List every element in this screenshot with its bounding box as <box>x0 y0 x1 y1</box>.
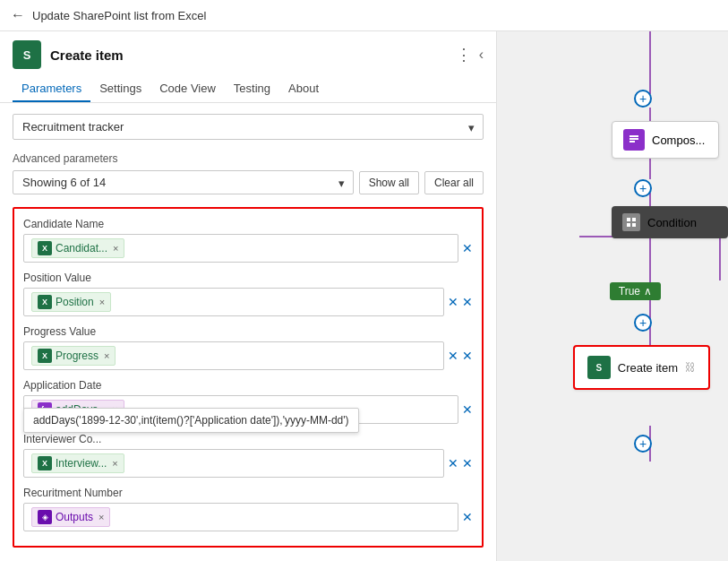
tab-about[interactable]: About <box>279 76 328 102</box>
candidate-name-input[interactable]: X Candidat... × <box>23 234 458 263</box>
tab-parameters[interactable]: Parameters <box>13 76 90 102</box>
tab-testing[interactable]: Testing <box>225 76 279 102</box>
add-step-top[interactable]: + <box>634 90 652 108</box>
interviewer-delete-btn[interactable]: ✕ <box>462 456 473 470</box>
candidate-chip-text: Candidat... <box>56 242 107 255</box>
position-delete-btn[interactable]: ✕ <box>462 295 473 309</box>
excel-icon-3: X <box>38 349 52 363</box>
create-item-label: Create item <box>618 361 678 375</box>
connector-line-top <box>649 31 651 94</box>
svg-rect-4 <box>632 218 636 221</box>
outputs-chip-text: Outputs <box>56 511 93 523</box>
tooltip-popup: addDays('1899-12-30',int(item()?['Applic… <box>23 408 359 433</box>
compose-label: Compos... <box>652 134 705 147</box>
progress-chip-text: Progress <box>56 350 98 362</box>
panel-title: Create item <box>50 47 124 63</box>
interviewer-label: Interviewer Co... <box>23 433 473 445</box>
true-badge: True ∧ <box>610 282 661 300</box>
outputs-chip-remove[interactable]: × <box>98 512 104 522</box>
progress-clear-btn[interactable]: ✕ <box>448 349 458 363</box>
position-clear-btn[interactable]: ✕ <box>448 295 458 309</box>
showing-dropdown[interactable]: Showing 6 of 14 <box>13 170 354 194</box>
panel-header: S Create item ⋮ ‹ <box>0 31 496 69</box>
show-all-button[interactable]: Show all <box>359 171 419 194</box>
excel-icon-2: X <box>38 295 52 309</box>
application-delete-btn[interactable]: ✕ <box>462 402 473 417</box>
page-title: Update SharePoint list from Excel <box>32 9 206 22</box>
tab-codeview[interactable]: Code View <box>150 76 225 102</box>
field-progress-value: Progress Value X Progress × ✕ ✕ <box>23 325 473 370</box>
link-icon: ⛓ <box>685 361 696 374</box>
interviewer-chip-remove[interactable]: × <box>112 458 117 469</box>
outputs-icon: ◈ <box>38 510 52 524</box>
collapse-button[interactable]: ‹ <box>479 47 484 63</box>
interviewer-chip: X Interview... × <box>31 453 124 473</box>
tabs-bar: Parameters Settings Code View Testing Ab… <box>0 69 496 103</box>
svg-rect-5 <box>627 223 630 227</box>
svg-rect-6 <box>632 223 636 227</box>
position-chip: X Position × <box>31 292 111 312</box>
tab-settings[interactable]: Settings <box>90 76 150 102</box>
compose-icon <box>623 129 645 151</box>
recruitment-number-input[interactable]: ◈ Outputs × <box>23 503 458 531</box>
interviewer-chip-text: Interview... <box>56 457 107 470</box>
fields-area: Candidate Name X Candidat... × ✕ <box>13 207 484 548</box>
create-item-icon: S <box>587 356 611 379</box>
create-item-node[interactable]: S Create item ⛓ <box>573 345 710 390</box>
interviewer-input[interactable]: X Interview... × <box>23 449 444 478</box>
candidate-chip: X Candidat... × <box>31 238 124 258</box>
condition-node[interactable]: Condition <box>612 206 728 238</box>
back-button[interactable]: ← <box>11 7 25 23</box>
field-position-value: Position Value X Position × ✕ ✕ <box>23 272 473 316</box>
right-panel: + + + + Compos... Condition True <box>497 31 728 561</box>
add-step-lower[interactable]: + <box>634 435 652 453</box>
field-candidate-name: Candidate Name X Candidat... × ✕ <box>23 218 473 263</box>
true-label: True <box>619 285 640 298</box>
recruitment-number-label: Recuritment Number <box>23 487 473 499</box>
site-address-dropdown[interactable]: Recruitment tracker <box>13 114 484 140</box>
site-address-row: Recruitment tracker <box>13 114 484 140</box>
progress-chip: X Progress × <box>31 346 116 366</box>
progress-value-label: Progress Value <box>23 325 473 338</box>
connector-line-4 <box>719 236 721 280</box>
more-options-button[interactable]: ⋮ <box>456 45 472 65</box>
field-interviewer: Interviewer Co... X Interview... × ✕ ✕ <box>23 433 473 478</box>
excel-icon: X <box>38 241 52 255</box>
svg-rect-2 <box>630 141 635 142</box>
progress-chip-remove[interactable]: × <box>104 350 109 361</box>
interviewer-clear-btn[interactable]: ✕ <box>448 456 458 470</box>
panel-body: Recruitment tracker Advanced parameters … <box>0 103 496 561</box>
topbar: ← Update SharePoint list from Excel <box>0 0 728 31</box>
excel-icon-4: X <box>38 456 52 470</box>
recruitment-delete-btn[interactable]: ✕ <box>462 510 473 524</box>
position-chip-text: Position <box>56 296 94 308</box>
advanced-params-label: Advanced parameters <box>13 152 484 165</box>
progress-delete-btn[interactable]: ✕ <box>462 349 473 363</box>
application-date-label: Application Date <box>23 379 473 392</box>
advanced-params-row: Showing 6 of 14 Show all Clear all <box>13 170 484 194</box>
panel-icon: S <box>13 40 41 69</box>
add-step-bottom[interactable]: + <box>634 314 652 332</box>
position-chip-remove[interactable]: × <box>99 297 105 307</box>
left-panel: S Create item ⋮ ‹ Parameters Settings Co… <box>0 31 497 561</box>
field-application-date: Application Date fx addDays... × ✕ addDa… <box>23 379 473 424</box>
svg-rect-0 <box>630 135 638 137</box>
condition-label: Condition <box>647 216 697 229</box>
position-value-label: Position Value <box>23 272 473 284</box>
outputs-chip: ◈ Outputs × <box>31 507 110 527</box>
candidate-name-label: Candidate Name <box>23 218 473 230</box>
flow-canvas: + + + + Compos... Condition True <box>497 31 728 561</box>
clear-all-button[interactable]: Clear all <box>424 171 484 194</box>
svg-rect-1 <box>630 138 638 140</box>
true-chevron: ∧ <box>644 285 652 298</box>
candidate-chip-remove[interactable]: × <box>113 243 118 254</box>
position-value-input[interactable]: X Position × <box>23 288 444 316</box>
progress-value-input[interactable]: X Progress × <box>23 341 444 370</box>
condition-icon <box>622 213 640 231</box>
svg-rect-3 <box>627 218 630 221</box>
add-step-mid[interactable]: + <box>634 179 652 197</box>
compose-node[interactable]: Compos... <box>612 121 719 159</box>
field-recruitment-number: Recuritment Number ◈ Outputs × ✕ <box>23 487 473 531</box>
candidate-delete-btn[interactable]: ✕ <box>462 241 473 255</box>
